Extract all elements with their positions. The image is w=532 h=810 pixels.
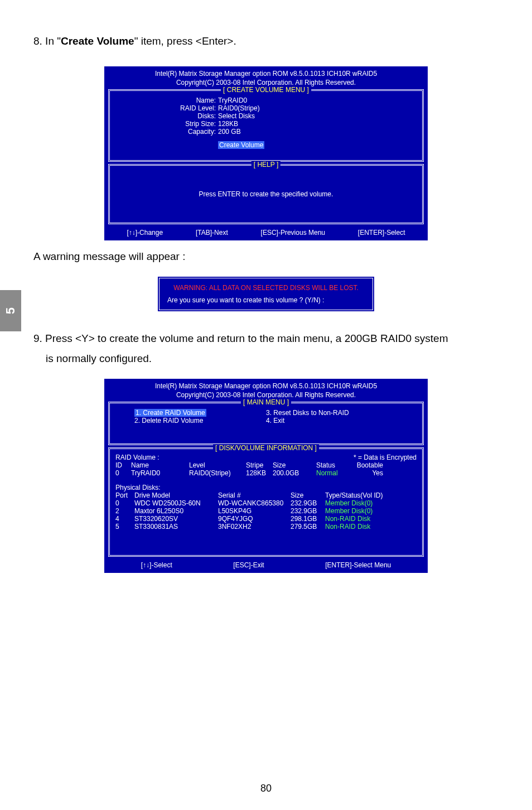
disk-hdr-model: Drive Model — [134, 491, 218, 499]
disk-row: 0 WDC WD2500JS-60N WD-WCANKC865380 232.9… — [115, 499, 417, 507]
help-text: Press ENTER to create the specified volu… — [118, 171, 414, 217]
step9-text: 9. Press <Y> to create the volume and re… — [33, 329, 499, 369]
raid-row: 0 TryRAID0 RAID0(Stripe) 128KB 200.0GB N… — [115, 469, 417, 477]
raid-row-boot: Yes — [350, 469, 383, 477]
page-number: 80 — [0, 783, 532, 794]
footer-esc: [ESC]-Previous Menu — [261, 229, 325, 237]
disk-row: 2 Maxtor 6L250S0 L50SKP4G 232.9GB Member… — [115, 507, 417, 515]
disk-row-port: 2 — [115, 507, 134, 515]
help-frame: [ HELP ] Press ENTER to create the speci… — [108, 164, 424, 224]
warning-dialog: WARNING: ALL DATA ON SELECTED DISKS WILL… — [157, 276, 375, 312]
raid-hdr-name: Name — [131, 461, 189, 469]
disk-row-port: 4 — [115, 515, 134, 523]
footer2-enter: [ENTER]-Select Menu — [325, 561, 391, 569]
disk-row-port: 5 — [115, 523, 134, 531]
create-volume-frame: [ CREATE VOLUME MENU ] Name:TryRAID0 RAI… — [108, 89, 424, 162]
warning-line2: Are you sure you want to create this vol… — [167, 296, 365, 304]
step9-line2: is normally configured. — [33, 353, 152, 364]
bios-create-volume: Intel(R) Matrix Storage Manager option R… — [104, 66, 428, 240]
bios-main-menu: Intel(R) Matrix Storage Manager option R… — [104, 379, 428, 573]
raid-hdr-stripe: Stripe — [246, 461, 273, 469]
raid-hdr-level: Level — [189, 461, 246, 469]
raid-header: ID Name Level Stripe Size Status Bootabl… — [115, 461, 417, 469]
disk-row-size: 298.1GB — [291, 515, 325, 523]
disk-row-serial: 3NF02XH2 — [218, 523, 291, 531]
disk-row-model: WDC WD2500JS-60N — [134, 499, 218, 507]
step8-bold: Create Volume — [61, 35, 134, 47]
raid-row-level: RAID0(Stripe) — [189, 469, 246, 477]
raid-row-status: Normal — [316, 469, 350, 477]
create-volume-button[interactable]: Create Volume — [218, 141, 264, 149]
disk-volume-info-title: [ DISK/VOLUME INFORMATION ] — [213, 444, 319, 452]
main-menu-title: [ MAIN MENU ] — [241, 398, 291, 406]
footer-enter: [ENTER]-Select — [358, 229, 405, 237]
step8-text: 8. In "Create Volume" item, press <Enter… — [33, 33, 499, 50]
help-title: [ HELP ] — [252, 161, 280, 168]
disk-row-serial: WD-WCANKC865380 — [218, 499, 291, 507]
step8-prefix: 8. In " — [33, 35, 61, 47]
bios1-header: Intel(R) Matrix Storage Manager option R… — [105, 67, 427, 87]
menu-item-exit[interactable]: 4. Exit — [266, 417, 284, 425]
disk-row: 5 ST3300831AS 3NF02XH2 279.5GB Non-RAID … — [115, 523, 417, 531]
menu-item-reset[interactable]: 3. Reset Disks to Non-RAID — [266, 409, 349, 417]
cap-val: 200 GB — [218, 128, 241, 136]
disk-hdr-serial: Serial # — [218, 491, 291, 499]
raid-hdr-size: Size — [273, 461, 316, 469]
disk-row-model: ST3320620SV — [134, 515, 218, 523]
disks-header: Port Drive Model Serial # Size Type/Stat… — [115, 491, 417, 499]
bios2-header1: Intel(R) Matrix Storage Manager option R… — [108, 382, 424, 390]
cap-key: Capacity: — [118, 128, 218, 136]
bios1-header1: Intel(R) Matrix Storage Manager option R… — [108, 69, 424, 78]
chapter-tab-label: 5 — [3, 307, 18, 314]
disks-key: Disks: — [118, 112, 218, 120]
main-menu-frame: [ MAIN MENU ] 1. Create RAID Volume 2. D… — [108, 402, 424, 445]
name-key: Name: — [118, 97, 218, 104]
raid-volume-label: RAID Volume : — [115, 454, 159, 461]
level-key: RAID Level: — [118, 104, 218, 112]
create-volume-title: [ CREATE VOLUME MENU ] — [221, 86, 311, 94]
disk-row-model: Maxtor 6L250S0 — [134, 507, 218, 515]
level-val: RAID0(Stripe) — [218, 104, 260, 112]
bios2-header: Intel(R) Matrix Storage Manager option R… — [105, 379, 427, 399]
disks-val: Select Disks — [218, 112, 255, 120]
bios1-footer: [↑↓]-Change [TAB]-Next [ESC]-Previous Me… — [105, 226, 427, 240]
raid-hdr-status: Status — [316, 461, 350, 469]
raid-row-name: TryRAID0 — [131, 469, 189, 477]
disk-volume-info-frame: [ DISK/VOLUME INFORMATION ] RAID Volume … — [108, 447, 424, 557]
disk-hdr-type: Type/Status(Vol ID) — [325, 491, 403, 499]
disk-row-type: Member Disk(0) — [325, 499, 403, 507]
step9-line1: 9. Press <Y> to create the volume and re… — [33, 332, 448, 344]
footer-tab: [TAB]-Next — [196, 229, 228, 237]
disk-row-size: 232.9GB — [291, 507, 325, 515]
step8-suffix: " item, press <Enter>. — [134, 35, 236, 47]
disk-row-size: 232.9GB — [291, 499, 325, 507]
disk-row-model: ST3300831AS — [134, 523, 218, 531]
footer2-exit: [ESC]-Exit — [233, 561, 264, 569]
strip-val: 128KB — [218, 120, 238, 128]
disk-row-type: Non-RAID Disk — [325, 523, 403, 531]
raid-row-stripe: 128KB — [246, 469, 273, 477]
menu-item-delete[interactable]: 2. Delete RAID Volume — [134, 417, 203, 425]
footer-change: [↑↓]-Change — [127, 229, 163, 237]
disk-hdr-port: Port — [115, 491, 134, 499]
raid-row-id: 0 — [115, 469, 131, 477]
strip-key: Strip Size: — [118, 120, 218, 128]
raid-hdr-boot: Bootable — [350, 461, 383, 469]
disk-row-serial: 9QF4YJGQ — [218, 515, 291, 523]
disk-hdr-size: Size — [291, 491, 325, 499]
chapter-tab: 5 — [0, 290, 21, 331]
disk-row-size: 279.5GB — [291, 523, 325, 531]
disk-row-type: Member Disk(0) — [325, 507, 403, 515]
warning-line1: WARNING: ALL DATA ON SELECTED DISKS WILL… — [167, 284, 365, 292]
footer2-select: [↑↓]-Select — [141, 561, 172, 569]
warning-intro: A warning message will appear : — [33, 250, 499, 263]
menu-item-create[interactable]: 1. Create RAID Volume — [134, 409, 206, 417]
physical-disks-label: Physical Disks: — [115, 484, 417, 491]
raid-row-size: 200.0GB — [273, 469, 316, 477]
encrypted-label: * = Data is Encrypted — [354, 454, 417, 461]
disk-row-serial: L50SKP4G — [218, 507, 291, 515]
bios2-footer: [↑↓]-Select [ESC]-Exit [ENTER]-Select Me… — [105, 559, 427, 572]
disk-row: 4 ST3320620SV 9QF4YJGQ 298.1GB Non-RAID … — [115, 515, 417, 523]
name-val: TryRAID0 — [218, 97, 247, 104]
raid-hdr-id: ID — [115, 461, 131, 469]
